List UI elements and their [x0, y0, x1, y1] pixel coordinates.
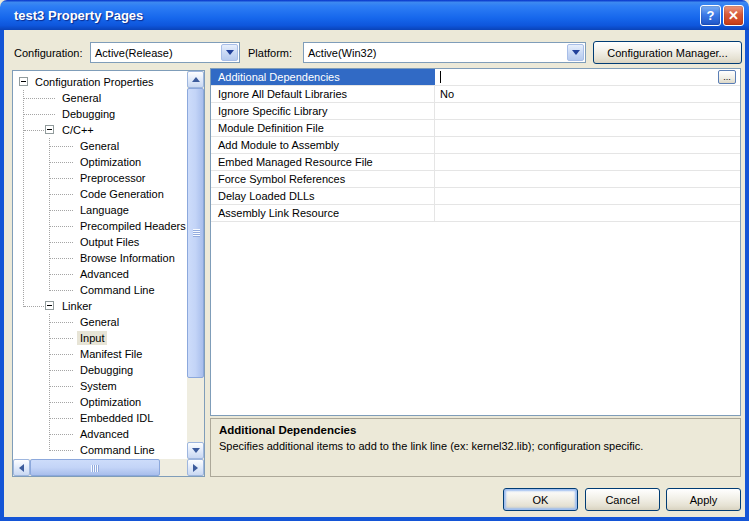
tree-item-label: Embedded IDL: [77, 411, 156, 425]
description-text: Specifies additional items to add to the…: [219, 440, 732, 452]
property-row-ignore-specific-library[interactable]: Ignore Specific Library: [211, 103, 740, 120]
property-name: Force Symbol References: [211, 171, 435, 187]
tree-item-label: General: [77, 139, 122, 153]
property-value[interactable]: [435, 137, 740, 153]
tree-item-general[interactable]: General: [13, 90, 187, 106]
property-row-embed-managed-resource-file[interactable]: Embed Managed Resource File: [211, 154, 740, 171]
tree-item-label: C/C++: [59, 123, 97, 137]
tree-item-general[interactable]: General: [13, 314, 187, 330]
property-value[interactable]: [435, 154, 740, 170]
tree-item-label: Linker: [59, 299, 95, 313]
property-row-ignore-all-default-libraries[interactable]: Ignore All Default LibrariesNo: [211, 86, 740, 103]
tree-item-c-c[interactable]: C/C++: [13, 122, 187, 138]
property-value[interactable]: [435, 103, 740, 119]
scroll-up-icon[interactable]: [187, 71, 204, 88]
property-value-text: No: [440, 88, 454, 100]
ellipsis-button[interactable]: ...: [718, 70, 736, 84]
property-value[interactable]: [435, 205, 740, 221]
tree-item-label: Language: [77, 203, 132, 217]
tree-item-label: Advanced: [77, 427, 132, 441]
ok-button[interactable]: OK: [503, 488, 578, 511]
platform-value: Active(Win32): [304, 47, 566, 59]
collapse-icon[interactable]: [45, 301, 54, 310]
property-name: Embed Managed Resource File: [211, 154, 435, 170]
settings-tree[interactable]: Configuration PropertiesGeneralDebugging…: [13, 71, 187, 459]
tree-item-linker[interactable]: Linker: [13, 298, 187, 314]
tree-item-optimization[interactable]: Optimization: [13, 154, 187, 170]
tree-item-precompiled-headers[interactable]: Precompiled Headers: [13, 218, 187, 234]
tree-item-label: Browse Information: [77, 251, 178, 265]
close-icon[interactable]: ✕: [723, 5, 744, 26]
tree-item-language[interactable]: Language: [13, 202, 187, 218]
tree-item-optimization[interactable]: Optimization: [13, 394, 187, 410]
tree-item-general[interactable]: General: [13, 138, 187, 154]
tree-item-output-files[interactable]: Output Files: [13, 234, 187, 250]
tree-item-debugging[interactable]: Debugging: [13, 362, 187, 378]
tree-item-label: General: [77, 315, 122, 329]
property-value[interactable]: [435, 171, 740, 187]
window-border-bottom: [0, 517, 749, 521]
property-value[interactable]: ...: [435, 69, 740, 85]
cancel-button[interactable]: Cancel: [585, 488, 660, 511]
property-value[interactable]: [435, 188, 740, 204]
description-panel: Additional Dependencies Specifies additi…: [210, 418, 741, 477]
collapse-icon[interactable]: [45, 125, 54, 134]
tree-item-system[interactable]: System: [13, 378, 187, 394]
tree-item-label: Input: [77, 331, 107, 345]
window-border-right: [745, 30, 749, 517]
apply-button[interactable]: Apply: [666, 488, 741, 511]
tree-horizontal-scrollbar[interactable]: [13, 459, 204, 476]
tree-item-command-line[interactable]: Command Line: [13, 282, 187, 298]
tree-item-manifest-file[interactable]: Manifest File: [13, 346, 187, 362]
configuration-dropdown[interactable]: Active(Release): [90, 42, 240, 63]
property-row-module-definition-file[interactable]: Module Definition File: [211, 120, 740, 137]
property-row-delay-loaded-dlls[interactable]: Delay Loaded DLLs: [211, 188, 740, 205]
text-caret: [440, 71, 441, 83]
tree-item-debugging[interactable]: Debugging: [13, 106, 187, 122]
configuration-manager-button[interactable]: Configuration Manager...: [593, 41, 742, 64]
titlebar[interactable]: test3 Property Pages ? ✕: [0, 0, 749, 30]
tree-item-label: General: [59, 91, 104, 105]
chevron-down-icon[interactable]: [567, 44, 584, 61]
help-icon[interactable]: ?: [700, 5, 721, 26]
tree-item-advanced[interactable]: Advanced: [13, 426, 187, 442]
tree-item-label: Output Files: [77, 235, 142, 249]
property-name: Ignore Specific Library: [211, 103, 435, 119]
vertical-scrollbar-thumb[interactable]: [187, 88, 204, 378]
property-row-force-symbol-references[interactable]: Force Symbol References: [211, 171, 740, 188]
tree-item-label: Advanced: [77, 267, 132, 281]
tree-item-label: Command Line: [77, 443, 158, 457]
description-title: Additional Dependencies: [219, 424, 732, 436]
property-name: Add Module to Assembly: [211, 137, 435, 153]
platform-label: Platform:: [248, 47, 292, 59]
property-name: Assembly Link Resource: [211, 205, 435, 221]
horizontal-scrollbar-thumb[interactable]: [30, 459, 160, 476]
tree-item-code-generation[interactable]: Code Generation: [13, 186, 187, 202]
chevron-down-icon[interactable]: [221, 44, 238, 61]
tree-item-label: Configuration Properties: [32, 75, 157, 89]
scroll-right-icon[interactable]: [187, 459, 204, 476]
property-row-assembly-link-resource[interactable]: Assembly Link Resource: [211, 205, 740, 222]
tree-vertical-scrollbar[interactable]: [187, 71, 204, 459]
tree-item-preprocessor[interactable]: Preprocessor: [13, 170, 187, 186]
property-value[interactable]: No: [435, 86, 740, 102]
tree-item-label: Debugging: [59, 107, 118, 121]
property-row-additional-dependencies[interactable]: Additional Dependencies...: [211, 69, 740, 86]
tree-item-command-line[interactable]: Command Line: [13, 442, 187, 458]
tree-item-label: Command Line: [77, 283, 158, 297]
tree-item-label: Manifest File: [77, 347, 145, 361]
collapse-icon[interactable]: [19, 77, 28, 86]
dialog-body: Configuration: Active(Release) Platform:…: [4, 30, 745, 517]
scroll-left-icon[interactable]: [13, 459, 30, 476]
platform-dropdown[interactable]: Active(Win32): [303, 42, 586, 63]
property-value[interactable]: [435, 120, 740, 136]
property-row-add-module-to-assembly[interactable]: Add Module to Assembly: [211, 137, 740, 154]
scroll-down-icon[interactable]: [187, 442, 204, 459]
tree-item-label: Optimization: [77, 155, 144, 169]
tree-item-browse-information[interactable]: Browse Information: [13, 250, 187, 266]
tree-item-advanced[interactable]: Advanced: [13, 266, 187, 282]
tree-item-embedded-idl[interactable]: Embedded IDL: [13, 410, 187, 426]
property-pages-dialog: test3 Property Pages ? ✕ Configuration: …: [0, 0, 749, 521]
tree-item-input[interactable]: Input: [13, 330, 187, 346]
tree-item-configuration-properties[interactable]: Configuration Properties: [13, 74, 187, 90]
